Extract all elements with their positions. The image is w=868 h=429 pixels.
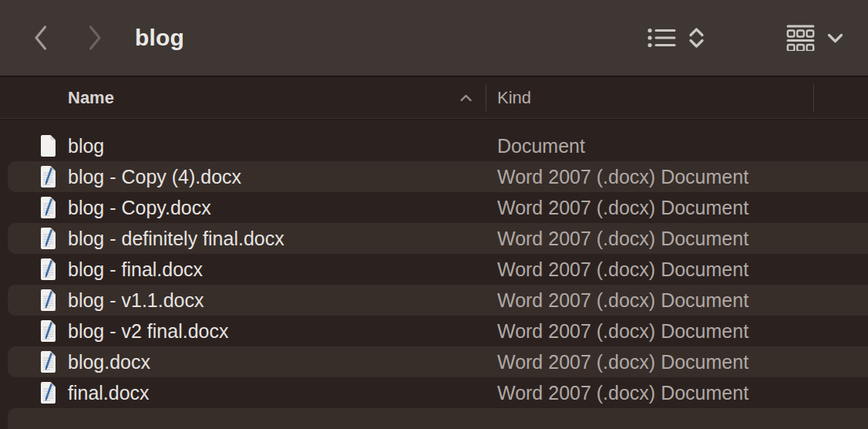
file-name: blog.docx	[68, 351, 150, 373]
file-name: blog - v2 final.docx	[68, 320, 228, 343]
file-kind: Word 2007 (.docx) Document	[497, 289, 749, 312]
word-document-icon	[39, 319, 58, 343]
file-kind: Word 2007 (.docx) Document	[497, 228, 749, 250]
grouping-icon	[786, 25, 815, 51]
file-row[interactable]: blog.docx Word 2007 (.docx) Document	[0, 346, 868, 377]
list-view-icon	[648, 28, 676, 48]
file-browser-window: blog	[0, 0, 868, 429]
blank-document-icon	[39, 134, 58, 157]
file-row[interactable]: blog - Copy (4).docx Word 2007 (.docx) D…	[0, 161, 868, 192]
word-document-icon	[39, 258, 58, 281]
file-row[interactable]: blog Document	[0, 130, 868, 161]
column-divider[interactable]	[813, 84, 814, 112]
file-row[interactable]: blog - final.docx Word 2007 (.docx) Docu…	[0, 254, 868, 285]
file-kind: Document	[497, 135, 585, 157]
file-name: blog	[68, 135, 104, 157]
file-row[interactable]: blog - v1.1.docx Word 2007 (.docx) Docum…	[0, 285, 868, 316]
toolbar: blog	[0, 0, 868, 77]
chevron-left-icon	[32, 24, 49, 52]
word-document-icon	[39, 165, 58, 188]
file-list: blog Document blog - Copy (4).docx Word …	[0, 120, 868, 429]
column-header-kind[interactable]: Kind	[497, 88, 531, 108]
file-row[interactable]: blog - Copy.docx Word 2007 (.docx) Docum…	[0, 192, 868, 223]
file-name: blog - Copy (4).docx	[68, 166, 241, 188]
column-divider[interactable]	[486, 84, 486, 112]
grouping-button[interactable]	[786, 25, 844, 51]
file-kind: Word 2007 (.docx) Document	[497, 320, 749, 343]
file-name: blog - definitely final.docx	[68, 228, 284, 250]
file-name: blog - final.docx	[68, 258, 203, 281]
file-row[interactable]: blog - v2 final.docx Word 2007 (.docx) D…	[0, 316, 868, 346]
file-kind: Word 2007 (.docx) Document	[497, 351, 749, 373]
file-kind: Word 2007 (.docx) Document	[497, 166, 749, 188]
back-button[interactable]	[32, 24, 49, 52]
chevrons-up-down-icon	[688, 27, 705, 49]
file-name: blog - Copy.docx	[68, 197, 211, 219]
file-name: blog - v1.1.docx	[68, 289, 204, 312]
window-title: blog	[135, 25, 184, 51]
word-document-icon	[39, 196, 58, 219]
chevron-right-icon	[86, 24, 103, 52]
word-document-icon	[39, 289, 58, 312]
column-header-row: Name Kind	[0, 77, 868, 120]
word-document-icon	[39, 381, 58, 404]
word-document-icon	[39, 350, 58, 373]
file-kind: Word 2007 (.docx) Document	[497, 258, 749, 281]
sort-ascending-icon	[459, 94, 473, 103]
file-row[interactable]: final.docx Word 2007 (.docx) Document	[0, 377, 868, 408]
file-row[interactable]: blog - definitely final.docx Word 2007 (…	[0, 223, 868, 254]
forward-button[interactable]	[86, 24, 103, 52]
column-header-name[interactable]: Name	[68, 88, 114, 108]
chevron-down-icon	[826, 32, 844, 44]
empty-row-stripe	[0, 408, 868, 429]
file-kind: Word 2007 (.docx) Document	[497, 197, 749, 219]
file-kind: Word 2007 (.docx) Document	[497, 382, 749, 404]
word-document-icon	[39, 227, 58, 250]
file-name: final.docx	[68, 382, 150, 404]
list-view-button[interactable]	[648, 27, 705, 49]
